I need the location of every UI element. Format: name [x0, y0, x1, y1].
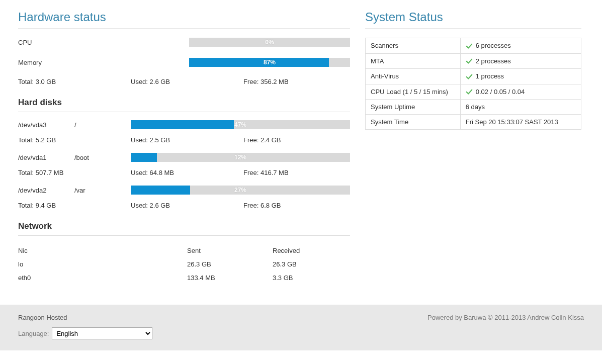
network-header-sent: Sent — [187, 247, 273, 254]
memory-label: Memory — [18, 59, 189, 66]
harddisks-title: Hard disks — [18, 98, 350, 108]
hardware-status-title: Hardware status — [18, 10, 350, 24]
system-status-table: Scanners6 processesMTA2 processesAnti-Vi… — [365, 38, 581, 130]
status-row: Anti-Virus1 process — [366, 69, 581, 84]
memory-free: Free: 356.2 MB — [243, 78, 350, 85]
memory-used: Used: 2.6 GB — [131, 78, 243, 85]
cpu-progress-text: 0% — [265, 39, 274, 46]
nic-name: eth0 — [18, 274, 187, 282]
disk-total: Total: 5.2 GB — [18, 136, 131, 144]
status-value: 2 processes — [460, 53, 581, 69]
disk-free: Free: 416.7 MB — [243, 169, 350, 176]
disk-progress-text: 27% — [234, 187, 246, 194]
footer: Rangoon Hosted Language: English Powered… — [0, 305, 602, 350]
status-label: Anti-Virus — [366, 69, 461, 84]
disk-mount: / — [74, 121, 131, 129]
status-label: CPU Load (1 / 5 / 15 mins) — [366, 84, 461, 100]
status-value: Fri Sep 20 15:33:07 SAST 2013 — [460, 115, 581, 130]
nic-sent: 133.4 MB — [187, 274, 273, 282]
check-icon — [466, 43, 473, 50]
disk-progress-text: 12% — [234, 154, 246, 161]
disk-progress: 47% — [131, 120, 350, 129]
disk-progress: 27% — [131, 186, 350, 195]
status-label: System Uptime — [366, 100, 461, 115]
status-row: System TimeFri Sep 20 15:33:07 SAST 2013 — [366, 115, 581, 130]
disk-dev: /dev/vda3 — [18, 121, 74, 129]
system-status-title: System Status — [365, 10, 581, 24]
status-label: Scanners — [366, 38, 461, 54]
divider — [365, 28, 581, 29]
network-header-nic: Nic — [18, 247, 187, 254]
status-row: System Uptime6 days — [366, 100, 581, 115]
divider — [18, 28, 350, 29]
status-value: 6 days — [460, 100, 581, 115]
footer-powered: Powered by Baruwa © 2011-2013 Andrew Col… — [427, 314, 584, 321]
disk-used: Used: 2.5 GB — [131, 136, 243, 144]
disk-progress-fill — [131, 153, 157, 162]
memory-progress-text: 87% — [264, 59, 276, 66]
disk-progress-fill — [131, 120, 234, 129]
disk-progress-text: 47% — [234, 121, 246, 128]
disk-dev: /dev/vda1 — [18, 154, 74, 161]
network-title: Network — [18, 221, 350, 231]
memory-progress: 87% — [189, 58, 350, 67]
nic-received: 26.3 GB — [273, 260, 350, 268]
check-icon — [466, 88, 473, 96]
language-label: Language: — [18, 330, 49, 337]
divider — [18, 235, 350, 236]
cpu-label: CPU — [18, 39, 189, 46]
status-value: 1 process — [460, 69, 581, 84]
disk-progress: 12% — [131, 153, 350, 162]
check-icon — [466, 58, 473, 65]
memory-progress-fill — [189, 58, 329, 67]
disk-used: Used: 64.8 MB — [131, 169, 243, 176]
network-header-received: Received — [273, 247, 350, 254]
disk-progress-fill — [131, 186, 190, 195]
memory-total: Total: 3.0 GB — [18, 78, 131, 85]
disk-mount: /boot — [74, 154, 131, 161]
disk-free: Free: 6.8 GB — [243, 202, 350, 209]
status-row: CPU Load (1 / 5 / 15 mins)0.02 / 0.05 / … — [366, 84, 581, 100]
status-value: 6 processes — [460, 38, 581, 54]
disk-mount: /var — [74, 187, 131, 194]
disk-total: Total: 507.7 MB — [18, 169, 131, 176]
footer-host: Rangoon Hosted — [18, 314, 152, 321]
nic-sent: 26.3 GB — [187, 260, 273, 268]
divider — [18, 112, 350, 112]
language-select[interactable]: English — [52, 327, 152, 339]
status-value: 0.02 / 0.05 / 0.04 — [460, 84, 581, 100]
disk-dev: /dev/vda2 — [18, 187, 74, 194]
nic-name: lo — [18, 260, 187, 268]
status-label: System Time — [366, 115, 461, 130]
status-label: MTA — [366, 53, 461, 69]
cpu-progress: 0% — [189, 38, 350, 47]
disk-used: Used: 2.6 GB — [131, 202, 243, 209]
nic-received: 3.3 GB — [273, 274, 350, 282]
disk-total: Total: 9.4 GB — [18, 202, 131, 209]
status-row: MTA2 processes — [366, 53, 581, 69]
check-icon — [466, 73, 473, 80]
disk-free: Free: 2.4 GB — [243, 136, 350, 144]
status-row: Scanners6 processes — [366, 38, 581, 54]
